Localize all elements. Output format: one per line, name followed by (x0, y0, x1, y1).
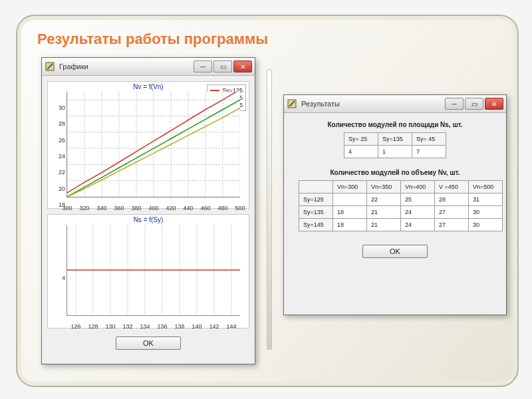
th: Vn=400 (401, 181, 435, 194)
td[interactable]: 22 (367, 194, 401, 206)
close-button[interactable]: ✕ (485, 98, 503, 110)
chart-ns-sy: Ns = f(Sy) 4 126128130132134136138140142… (47, 214, 249, 329)
td[interactable]: 24 (401, 219, 435, 231)
td[interactable]: 25 (401, 194, 435, 206)
window-title: Результаты (301, 100, 445, 108)
row-header: Sy=145 (299, 219, 333, 231)
td[interactable]: 18 (333, 219, 367, 231)
td[interactable]: 30 (469, 206, 503, 219)
th: Sy= 25 (344, 133, 378, 146)
td[interactable]: 31 (469, 194, 503, 206)
td[interactable]: 21 (367, 206, 401, 219)
th: Vn=350 (367, 181, 401, 194)
td[interactable]: 4 (344, 146, 378, 158)
caption-nv: Количество модулей по объему Nv, шт. (299, 169, 491, 176)
table-nv: Vn=300 Vn=350 Vn=400 V =450 Vn=500 Sy=12… (299, 180, 503, 231)
td[interactable]: 1 (378, 146, 412, 158)
result-block-nv: Количество модулей по объему Nv, шт. Vn=… (299, 169, 491, 231)
chart2-title: Ns = f(Sy) (48, 215, 249, 223)
chart2-plot: 126128130132134136138140142144 (66, 225, 240, 316)
window-title: Графики (59, 63, 194, 70)
th: Sy= 45 (412, 133, 446, 146)
row-header: Sy=125 (299, 194, 333, 206)
td[interactable]: 18 (333, 206, 367, 219)
table-row: Sy=125 18 22 25 28 31 (299, 194, 503, 206)
td[interactable]: 27 (435, 219, 469, 231)
maximize-button[interactable]: ▭ (213, 61, 232, 72)
table-row: Sy=145 18 21 24 27 30 (299, 219, 503, 231)
th-blank (299, 181, 333, 194)
minimize-button[interactable]: ─ (445, 98, 464, 110)
titlebar-charts[interactable]: Графики ─ ▭ ✕ (42, 58, 255, 76)
window-results: Результаты ─ ▭ ✕ Количество модулей по п… (283, 94, 507, 315)
ok-button[interactable]: OK (116, 336, 181, 350)
app-icon (45, 61, 55, 72)
chart1-plot: 300320340360380400420440460480500 (66, 92, 240, 198)
td[interactable]: 24 (401, 206, 435, 219)
app-icon (287, 98, 297, 109)
td[interactable]: 21 (367, 219, 401, 231)
td[interactable]: 27 (435, 206, 469, 219)
td[interactable]: 28 (435, 194, 469, 206)
td-selected[interactable]: 18 (333, 194, 367, 206)
minimize-button[interactable]: ─ (194, 61, 212, 72)
th: Vn=300 (333, 181, 367, 194)
close-button[interactable]: ✕ (233, 61, 252, 72)
table-ns: Sy= 25 Sy=135 Sy= 45 4 1 7 (344, 132, 446, 158)
td[interactable]: 30 (469, 219, 503, 231)
slide-divider (267, 69, 272, 350)
ok-button[interactable]: OK (362, 245, 428, 258)
th: V =450 (435, 181, 469, 194)
row-header: Sy=135 (299, 206, 333, 219)
th: Vn=500 (469, 181, 503, 194)
table-row: Sy=135 18 21 24 27 30 (299, 206, 503, 219)
slide-title: Результаты работы программы (37, 31, 268, 48)
th: Sy=135 (378, 133, 412, 146)
chart-nv-vn: Nv = f(Vn) Sy=125 Sy=135 Sy=145 18202224… (47, 81, 249, 209)
result-block-ns: Количество модулей по площади Ns, шт. Sy… (299, 121, 491, 158)
titlebar-results[interactable]: Результаты ─ ▭ ✕ (284, 95, 506, 113)
window-charts: Графики ─ ▭ ✕ Nv = f(Vn) Sy=125 Sy=135 S… (41, 57, 255, 364)
td[interactable]: 7 (412, 146, 446, 158)
maximize-button[interactable]: ▭ (465, 98, 483, 110)
caption-ns: Количество модулей по площади Ns, шт. (299, 121, 491, 128)
slide-frame: Результаты работы программы Графики ─ ▭ … (16, 15, 519, 387)
